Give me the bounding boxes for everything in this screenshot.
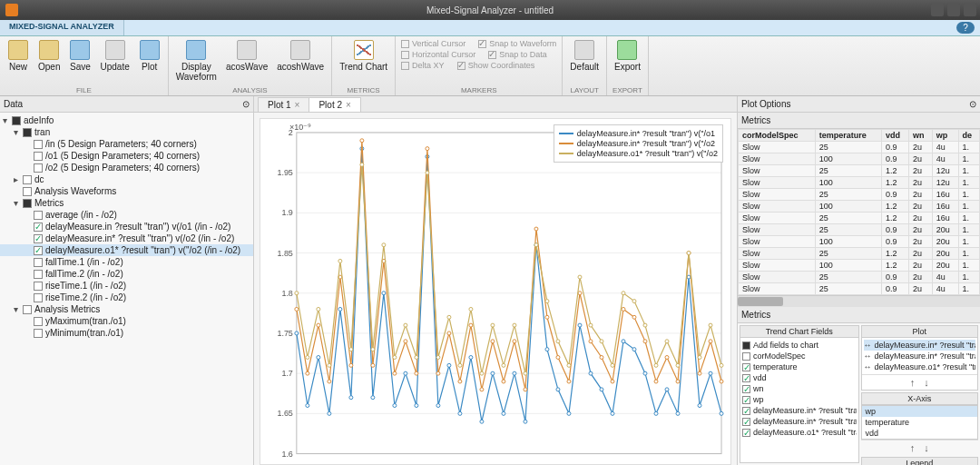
svg-point-75 (469, 323, 473, 327)
export-button[interactable]: Export (611, 38, 644, 74)
svg-text:1.9: 1.9 (281, 208, 292, 217)
open-button[interactable]: Open (34, 38, 64, 74)
svg-text:1.6: 1.6 (281, 450, 292, 459)
metrics-table[interactable]: corModelSpectemperature vddwn wpde Slow2… (738, 129, 980, 296)
svg-point-42 (545, 348, 549, 351)
table-row[interactable]: Slow1001.22u12u1. (739, 177, 980, 189)
ribbon-group-metrics: METRICS (336, 86, 391, 94)
table-row[interactable]: Slow1000.92u20u1. (739, 236, 980, 248)
close-button[interactable] (964, 4, 976, 16)
plot-options-panel: Plot Options⊙ Metrics corModelSpectemper… (737, 96, 980, 465)
plot-series-item[interactable]: ↔ delayMeasure.in* ?result "tran") v("/o… (864, 340, 976, 351)
move-up-icon[interactable]: ↑ (910, 442, 916, 453)
svg-point-60 (306, 371, 309, 375)
table-row[interactable]: Slow250.92u16u1. (739, 189, 980, 201)
save-button[interactable]: Save (65, 38, 94, 74)
ribbon-group-analysis: ANALYSIS (172, 86, 328, 94)
close-icon[interactable]: × (346, 100, 351, 110)
plot-tab-1[interactable]: Plot 1× (258, 97, 309, 112)
svg-point-19 (295, 331, 299, 335)
default-layout-button[interactable]: Default (566, 38, 603, 74)
svg-point-64 (349, 363, 353, 367)
svg-point-138 (720, 363, 723, 367)
tree-item-selected[interactable]: delayMeasure.o1* ?result "tran") v("/o2 … (0, 244, 253, 256)
svg-point-59 (295, 307, 299, 311)
table-row[interactable]: Slow250.92u4u1. (739, 272, 980, 283)
move-up-icon[interactable]: ↑ (910, 377, 916, 388)
svg-point-116 (480, 371, 484, 375)
svg-point-68 (393, 371, 397, 375)
svg-point-74 (458, 380, 462, 383)
svg-point-129 (622, 292, 625, 295)
minimize-button[interactable] (931, 4, 944, 16)
svg-point-38 (502, 411, 505, 415)
new-button[interactable]: New (4, 38, 33, 74)
plot-series-box: Plot ↔ delayMeasure.in* ?result "tran") … (861, 325, 979, 391)
svg-point-20 (306, 404, 309, 408)
update-button[interactable]: Update (96, 38, 132, 74)
svg-point-55 (687, 275, 691, 279)
svg-point-107 (382, 243, 386, 247)
maximize-button[interactable] (947, 4, 960, 16)
svg-point-99 (295, 292, 299, 295)
snap-waveform-check[interactable]: Snap to Waveform (476, 38, 558, 49)
svg-point-132 (654, 363, 658, 367)
svg-point-47 (600, 388, 603, 391)
svg-point-85 (578, 292, 582, 295)
plot-tab-2[interactable]: Plot 2× (309, 97, 360, 112)
panel-options-icon[interactable]: ⊙ (242, 99, 250, 109)
svg-point-58 (720, 411, 723, 415)
table-row[interactable]: Slow1001.22u20u1. (739, 260, 980, 272)
horizontal-cursor-check[interactable]: Horizontal Cursor (399, 49, 477, 60)
svg-point-126 (589, 323, 593, 327)
svg-point-21 (317, 355, 320, 359)
svg-point-29 (404, 371, 407, 375)
table-row[interactable]: Slow251.22u12u1. (739, 165, 980, 177)
ribbon-tab-bar: MIXED-SIGNAL ANALYZER ? (0, 20, 980, 36)
table-row[interactable]: Slow250.92u20u1. (739, 224, 980, 236)
panel-options-icon[interactable]: ⊙ (969, 99, 976, 109)
display-waveform-button[interactable]: Display Waveform (172, 38, 220, 84)
svg-point-54 (676, 411, 680, 415)
svg-point-27 (382, 292, 386, 295)
svg-point-66 (371, 363, 375, 367)
x-axis-list[interactable]: wp temperature vdd (861, 405, 979, 440)
svg-point-86 (589, 340, 593, 343)
acoswave-button[interactable]: acosWave (222, 38, 271, 74)
plot-tabs: Plot 1× Plot 2× (254, 96, 737, 113)
plot-series-item[interactable]: ↔ delayMeasure.in* ?result "tran") v("/o… (864, 351, 976, 361)
move-down-icon[interactable]: ↓ (924, 377, 929, 388)
delta-xy-check[interactable]: Delta XY (399, 60, 446, 71)
move-down-icon[interactable]: ↓ (924, 442, 929, 453)
table-row[interactable]: Slow251.22u16u1. (739, 213, 980, 224)
svg-point-70 (415, 371, 418, 375)
data-tree[interactable]: ▾adeInfo ▾tran /in (5 Design Parameters;… (0, 113, 253, 465)
svg-point-94 (676, 380, 680, 383)
svg-point-46 (589, 371, 593, 375)
plot-options-tab[interactable]: Plot Options (741, 99, 790, 109)
title-bar: Mixed-Signal Analyzer - untitled (0, 0, 980, 20)
ribbon-group-layout: LAYOUT (566, 86, 603, 94)
data-panel-title: Data (4, 99, 23, 109)
metrics-scrollbar[interactable] (738, 296, 980, 307)
table-row[interactable]: Slow1001.22u16u1. (739, 201, 980, 213)
plot-button[interactable]: Plot (135, 38, 164, 74)
acoshwave-button[interactable]: acoshWave (273, 38, 328, 74)
trend-chart-button[interactable]: Trend Chart (336, 38, 391, 74)
vertical-cursor-check[interactable]: Vertical Cursor (399, 38, 467, 49)
close-icon[interactable]: × (295, 100, 300, 110)
snap-data-check[interactable]: Snap to Data (486, 49, 549, 60)
ribbon-tab-main[interactable]: MIXED-SIGNAL ANALYZER (0, 20, 124, 35)
table-row[interactable]: Slow251.22u20u1. (739, 248, 980, 260)
show-coordinates-check[interactable]: Show Coordinates (456, 60, 537, 71)
table-row[interactable]: Slow250.92u4u1. (739, 142, 980, 153)
help-button[interactable]: ? (956, 22, 975, 34)
table-row[interactable]: Slow250.92u4u1. (739, 283, 980, 295)
plot-series-item[interactable]: ↔ delayMeasure.o1* ?result "tran") v("/o… (864, 361, 976, 372)
trend-chart[interactable]: ×10⁻⁹ 1.61.651.71.751.81.851.91.952 dela… (260, 118, 731, 465)
svg-point-92 (654, 380, 658, 383)
svg-point-87 (600, 355, 603, 359)
svg-point-72 (436, 371, 440, 375)
table-row[interactable]: Slow1000.92u4u1. (739, 153, 980, 165)
svg-point-102 (328, 363, 331, 367)
